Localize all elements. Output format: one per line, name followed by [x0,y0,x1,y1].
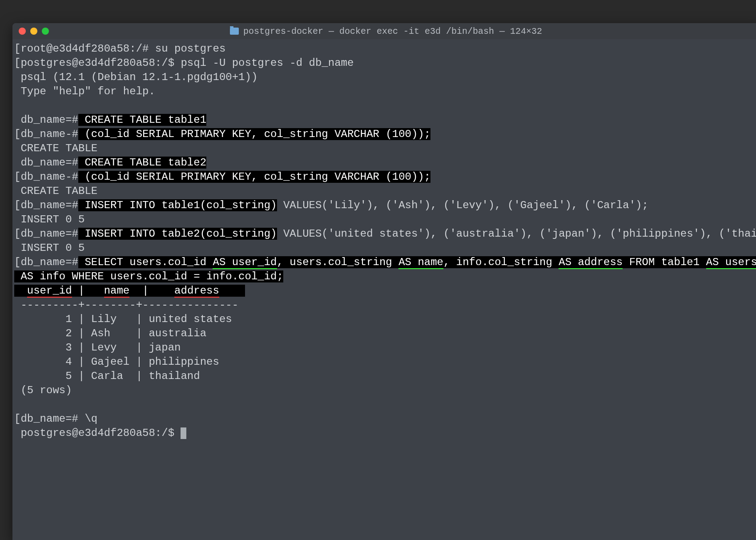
shell-prompt: [postgres@e3d4df280a58:/$ [14,57,181,69]
sql-insert-table2: INSERT INTO table2(col_string) [78,228,277,240]
spacer [14,285,27,297]
psql-output: CREATE TABLE [14,142,97,154]
spacer: | [72,285,104,297]
col-address: address [174,285,219,298]
psql-version: psql (12.1 (Debian 12.1-1.pgdg100+1)) [14,71,257,83]
psql-prompt: db_name=# [14,157,78,169]
sql-insert-table2-values: VALUES('united states'), ('australia'), … [277,228,756,240]
psql-quit: \q [84,413,97,425]
table-row: 5 | Carla | thailand [14,370,200,382]
minimize-icon[interactable] [30,28,37,35]
cursor [181,427,186,439]
terminal-body[interactable]: [root@e3d4df280a58:/# su postgres [postg… [12,39,756,443]
sql-create-table2: CREATE TABLE table2 [78,157,206,169]
alias-name: AS name [398,256,443,269]
psql-help-hint: Type "help" for help. [14,85,155,97]
title-bar: postgres-docker — docker exec -it e3d /b… [12,23,756,39]
psql-prompt: [db_name=# [14,413,84,425]
traffic-lights [19,28,49,35]
psql-prompt: [db_name=# [14,199,78,211]
terminal-window: postgres-docker — docker exec -it e3d /b… [12,23,756,540]
col-user-id: user_id [27,285,72,298]
result-header: user_id | name | address [14,285,245,297]
psql-prompt-cont: [db_name-# [14,171,78,183]
sql-create-table1: CREATE TABLE table1 [78,114,206,126]
psql-prompt: [db_name=# [14,256,78,268]
sql-insert-table1-values: VALUES('Lily'), ('Ash'), ('Levy'), ('Gaj… [277,199,648,211]
sql-select-part: FROM table1 [623,256,706,268]
sql-select: SELECT users.col_id AS user_id, users.co… [78,256,756,268]
shell-command: psql -U postgres -d db_name [181,57,354,69]
psql-prompt: db_name=# [14,114,78,126]
sql-create-table1-cols: (col_id SERIAL PRIMARY KEY, col_string V… [78,128,430,140]
folder-icon [230,28,239,35]
sql-insert-table1: INSERT INTO table1(col_string) [78,199,277,211]
col-name: name [104,285,130,298]
psql-output: INSERT 0 5 [14,242,84,254]
psql-output: CREATE TABLE [14,185,97,197]
sql-select-part: , info.col_string [443,256,559,268]
psql-prompt-cont: [db_name-# [14,128,78,140]
shell-command: su postgres [155,43,225,55]
window-title: postgres-docker — docker exec -it e3d /b… [12,26,756,36]
shell-prompt: [root@e3d4df280a58:/# [14,43,155,55]
table-row: 1 | Lily | united states [14,313,232,325]
alias-user-id: AS user_id [213,256,277,269]
maximize-icon[interactable] [42,28,49,35]
alias-users: AS users [706,256,756,269]
window-title-text: postgres-docker — docker exec -it e3d /b… [243,26,542,36]
shell-prompt: postgres@e3d4df280a58:/$ [14,427,181,439]
spacer [219,285,245,297]
psql-prompt: [db_name=# [14,228,78,240]
psql-output: INSERT 0 5 [14,214,84,226]
close-icon[interactable] [19,28,26,35]
table-row: 2 | Ash | australia [14,327,206,339]
sql-select-part: , users.col_string [277,256,399,268]
sql-select-line2: AS info WHERE users.col_id = info.col_id… [14,270,283,282]
alias-address: AS address [559,256,623,269]
table-row: 3 | Levy | japan [14,342,181,354]
spacer: | [129,285,174,297]
sql-select-part: SELECT users.col_id [78,256,213,268]
table-row: 4 | Gajeel | philippines [14,356,219,368]
rows-footer: (5 rows) [14,384,72,396]
sql-create-table2-cols: (col_id SERIAL PRIMARY KEY, col_string V… [78,171,430,183]
result-divider: ---------+--------+--------------- [14,299,238,311]
